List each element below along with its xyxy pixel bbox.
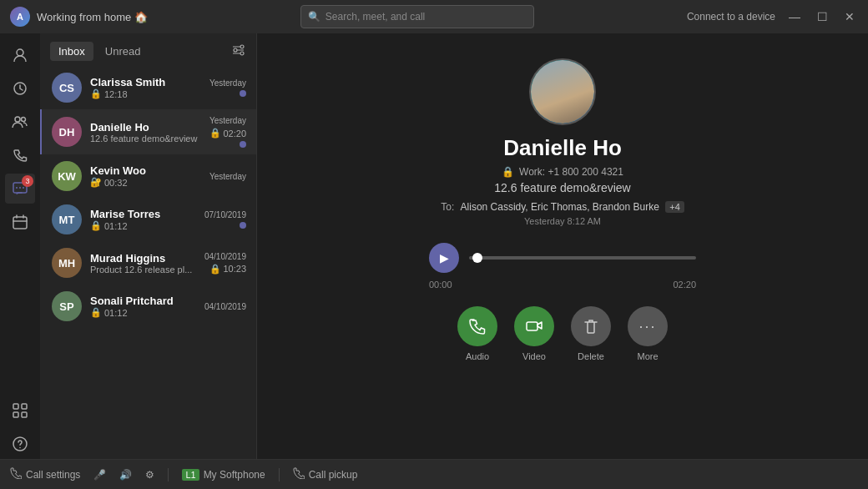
chat-item-murad[interactable]: MH Murad Higgins Product 12.6 release pl…: [40, 241, 256, 285]
unread-dot-danielle: [240, 141, 246, 148]
svg-point-2: [15, 117, 20, 122]
progress-track[interactable]: [469, 256, 696, 260]
sidebar-item-people[interactable]: [5, 107, 35, 137]
chat-preview-danielle: 12.6 feature demo&review: [90, 134, 201, 144]
bottom-divider-1: [168, 468, 169, 481]
audio-call-button[interactable]: [457, 306, 497, 346]
progress-thumb: [472, 253, 482, 263]
delete-button[interactable]: [571, 306, 611, 346]
sidebar-item-calendar[interactable]: [5, 207, 35, 237]
svg-point-14: [19, 447, 21, 449]
sidebar-item-profile[interactable]: [5, 40, 35, 70]
maximize-button[interactable]: ☐: [814, 10, 831, 23]
chat-item-marise[interactable]: MT Marise Torres 🔒01:12 07/10/2019: [40, 198, 256, 241]
filter-icon[interactable]: [231, 43, 246, 61]
sidebar-item-chat[interactable]: 3: [5, 174, 35, 204]
chat-info-sonali: Sonali Pritchard 🔒01:12: [90, 295, 196, 318]
mic-icon: 🎤: [93, 469, 106, 481]
title-bar: A Working from home 🏠 🔍 Search, meet, an…: [0, 0, 868, 33]
action-more-group: ··· More: [628, 306, 668, 361]
play-icon: ▶: [440, 251, 449, 265]
delete-label: Delete: [578, 351, 604, 361]
chat-time-sonali: 04/10/2019: [204, 302, 246, 311]
call-settings-item[interactable]: Call settings: [10, 467, 80, 481]
svg-rect-8: [13, 217, 27, 229]
chat-item-kevin[interactable]: KW Kevin Woo 🔐00:32 Yesterday: [40, 154, 256, 198]
contact-to: To: Alison Cassidy, Eric Thomas, Brandon…: [441, 201, 684, 213]
chat-preview-murad: Product 12.6 release pl...: [90, 265, 196, 275]
contact-phone: 🔒 Work: +1 800 200 4321: [502, 166, 623, 178]
call-settings-label: Call settings: [26, 469, 80, 481]
speaker-icon-item[interactable]: 🔊: [119, 469, 132, 481]
chat-name-marise: Marise Torres: [90, 208, 196, 220]
connect-device-button[interactable]: Connect to a device: [687, 11, 775, 23]
chat-item-danielle[interactable]: DH Danielle Ho 12.6 feature demo&review …: [40, 109, 256, 154]
call-pickup-icon: [293, 467, 305, 481]
unread-dot-clarissa: [240, 90, 246, 97]
chat-time-kevin: Yesterday: [209, 172, 246, 181]
speaker-icon: 🔊: [119, 469, 132, 481]
chat-name-sonali: Sonali Pritchard: [90, 295, 196, 307]
chat-meta-murad: 04/10/2019 🔒10:23: [204, 252, 246, 275]
sidebar-item-help[interactable]: [5, 429, 35, 459]
chat-badge: 3: [22, 175, 33, 187]
user-avatar[interactable]: A: [10, 7, 30, 27]
chat-meta-clarissa: Yesterday: [209, 78, 246, 97]
svg-point-17: [240, 52, 244, 55]
sidebar-item-apps[interactable]: [5, 396, 35, 426]
gear-icon: ⚙: [145, 469, 154, 481]
sidebar-item-activity[interactable]: [5, 73, 35, 103]
chat-preview-kevin: 🔐00:32: [90, 177, 201, 188]
action-audio-group: Audio: [457, 306, 497, 361]
contact-avatar: [529, 58, 596, 125]
video-call-button[interactable]: [514, 306, 554, 346]
chat-name-clarissa: Clarissa Smith: [90, 76, 201, 88]
time-start: 00:00: [429, 280, 452, 290]
action-buttons: Audio Video Delete: [457, 306, 668, 361]
chat-info-marise: Marise Torres 🔒01:12: [90, 208, 196, 231]
chat-preview-clarissa: 🔒12:18: [90, 88, 201, 99]
chat-list-header: Inbox Unread: [40, 33, 256, 66]
chat-duration-danielle: 🔒02:20: [209, 128, 246, 139]
main-content: 3 Inbox: [0, 33, 868, 459]
chat-time-marise: 07/10/2019: [204, 210, 246, 219]
chat-info-danielle: Danielle Ho 12.6 feature demo&review: [90, 121, 201, 144]
svg-point-6: [19, 187, 21, 189]
minimize-button[interactable]: —: [785, 10, 804, 23]
avatar-sonali: SP: [52, 291, 82, 321]
more-button[interactable]: ···: [628, 306, 668, 346]
sidebar-nav: 3: [0, 33, 40, 459]
app-title: Working from home 🏠: [37, 11, 148, 23]
call-pickup-item[interactable]: Call pickup: [293, 467, 358, 481]
contact-avatar-image: [531, 60, 594, 124]
close-button[interactable]: ✕: [841, 10, 858, 23]
tab-inbox[interactable]: Inbox: [50, 42, 93, 61]
svg-point-15: [234, 48, 237, 52]
settings-icon-item[interactable]: ⚙: [145, 469, 154, 481]
search-bar[interactable]: 🔍 Search, meet, and call: [300, 5, 534, 28]
contact-timestamp: Yesterday 8:12 AM: [524, 216, 601, 226]
contact-name: Danielle Ho: [503, 135, 622, 161]
bottom-divider-2: [279, 468, 280, 481]
tab-unread[interactable]: Unread: [97, 42, 149, 61]
chat-name-danielle: Danielle Ho: [90, 121, 201, 134]
softphone-item[interactable]: L1 My Softphone: [182, 469, 265, 481]
chat-name-murad: Murad Higgins: [90, 252, 196, 265]
chat-item-sonali[interactable]: SP Sonali Pritchard 🔒01:12 04/10/2019: [40, 285, 256, 328]
action-video-group: Video: [514, 306, 554, 361]
svg-rect-11: [13, 412, 18, 417]
time-end: 02:20: [673, 280, 696, 290]
chat-preview-sonali: 🔒01:12: [90, 307, 196, 318]
avatar-danielle: DH: [52, 117, 82, 147]
chat-meta-sonali: 04/10/2019: [204, 302, 246, 311]
bottom-bar: Call settings 🎤 🔊 ⚙ L1 My Softphone Call…: [0, 459, 868, 489]
titlebar-left: A Working from home 🏠: [10, 7, 148, 27]
phone-number: Work: +1 800 200 4321: [519, 166, 623, 178]
chat-item-clarissa[interactable]: CS Clarissa Smith 🔒12:18 Yesterday: [40, 66, 256, 109]
sidebar-item-calls[interactable]: [5, 140, 35, 170]
mic-icon-item[interactable]: 🎤: [93, 469, 106, 481]
svg-rect-12: [22, 412, 27, 417]
svg-rect-10: [22, 404, 27, 409]
video-label: Video: [522, 351, 546, 361]
play-button[interactable]: ▶: [429, 243, 459, 273]
